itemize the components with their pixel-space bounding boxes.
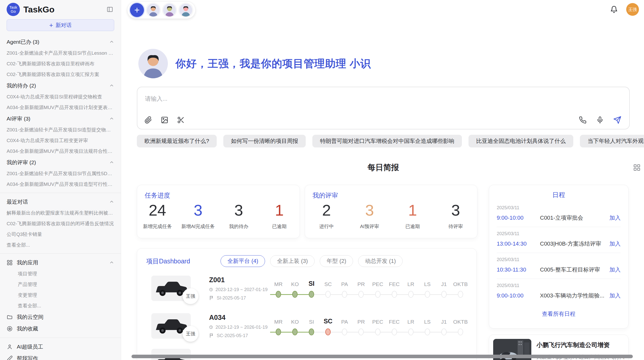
new-chat-button[interactable]: + 新对话 — [7, 19, 114, 31]
add-member-button[interactable]: + — [130, 3, 144, 17]
suggestion-chip[interactable]: 欧洲新规最近颁布了什么? — [137, 135, 217, 147]
collapse-sidebar-icon[interactable] — [106, 5, 114, 14]
sidebar-task-item[interactable]: A034-全新新能源MUV产品开发项目造型可行性评审 — [7, 179, 114, 190]
project-row[interactable]: 王强 Z001 2023-12-19 ~ 2027-01-19 SI-2025-… — [137, 269, 476, 307]
sidebar-item-ai-employee[interactable]: AI超级员工 — [7, 341, 114, 353]
image-icon[interactable] — [160, 116, 169, 124]
milestone[interactable]: KO — [287, 279, 303, 298]
member-avatar[interactable] — [146, 3, 160, 17]
send-icon[interactable] — [613, 116, 622, 124]
milestone-dot — [292, 291, 298, 298]
view-all-schedule-link[interactable]: 查看所有日程 — [489, 310, 628, 318]
join-meeting-link[interactable]: 加入 — [609, 240, 621, 248]
microphone-icon[interactable] — [596, 116, 604, 124]
sidebar-task-item[interactable]: C0X4-动力总成开发项目工程变更评审 — [7, 135, 114, 146]
dashboard-tab[interactable]: 动总开发 (1) — [358, 255, 403, 267]
member-avatar[interactable] — [179, 3, 193, 17]
milestone[interactable]: PEC — [369, 317, 386, 335]
milestone[interactable]: PEC — [369, 279, 386, 298]
milestone[interactable]: SI — [303, 279, 320, 298]
sidebar-item-my-apps[interactable]: 我的应用 — [7, 257, 114, 268]
scissors-icon[interactable] — [177, 116, 185, 124]
suggestion-chip[interactable]: 特朗普可能对进口汽车增税会对中国车企造成哪些影响 — [312, 135, 462, 147]
milestone[interactable]: MR — [270, 279, 287, 298]
stat-value: 3 — [218, 201, 259, 219]
suggestion-chip[interactable]: 如何写一份清晰的项目周报 — [223, 135, 306, 147]
phone-call-icon[interactable] — [578, 116, 587, 124]
dashboard-tab[interactable]: 年型 (2) — [320, 255, 353, 267]
sidebar-task-item[interactable]: C0X4-动力总成开发项目SI里程碑提交物检查 — [7, 92, 114, 102]
milestone[interactable]: LR — [403, 279, 419, 298]
member-avatar[interactable] — [163, 3, 177, 17]
join-meeting-link[interactable]: 加入 — [609, 214, 621, 222]
milestone[interactable]: KO — [287, 317, 303, 335]
recent-chat-item[interactable]: C02-飞腾新能源轻客改款项目的闭环通告反馈情况 — [7, 218, 114, 229]
chevron-up-icon[interactable] — [109, 39, 114, 44]
milestone[interactable]: PA — [336, 317, 353, 335]
milestone[interactable]: PR — [353, 317, 369, 335]
suggestion-chip[interactable]: 当下年轻人对汽车外观有怎样的喜好趋势 — [580, 135, 644, 147]
layout-grid-icon[interactable] — [633, 164, 641, 172]
sidebar-item-cloud-space[interactable]: 我的云空间 — [7, 311, 114, 323]
sidebar-task-item[interactable]: C02-飞腾新能源轻客改款项目里程碑画布 — [7, 58, 114, 69]
sidebar-task-item[interactable]: A034-全新新能源MUV产品开发项目法规符合性评审 — [7, 146, 114, 157]
chevron-up-icon[interactable] — [109, 199, 114, 204]
notification-bell-icon[interactable] — [609, 5, 619, 14]
app-link[interactable]: 变更管理 — [7, 290, 114, 301]
sidebar-item-favorites[interactable]: 我的收藏 — [7, 323, 114, 335]
project-info: Z001 2023-12-19 ~ 2027-01-19 SI-2025-05-… — [209, 276, 268, 301]
section-my-review[interactable]: 我的评审 (2) — [7, 157, 114, 168]
attachment-icon[interactable] — [144, 116, 153, 124]
section-ai-review[interactable]: AI评审 (3) — [7, 113, 114, 125]
milestone[interactable]: OKTB — [452, 317, 469, 335]
chevron-up-icon[interactable] — [109, 83, 114, 88]
sidebar-task-item[interactable]: Z001-全新燃油皮卡产品开发项目SI节点Lesson Learn报告 — [7, 48, 114, 58]
section-title: AI评审 (3) — [7, 115, 30, 122]
recent-chat-item[interactable]: 解释最新出台的欧盟报废车法规再生塑料比例被调至15%... — [7, 208, 114, 218]
dashboard-tab[interactable]: 全新平台 (4) — [221, 255, 265, 267]
milestone[interactable]: PR — [353, 279, 369, 298]
join-meeting-link[interactable]: 加入 — [609, 266, 621, 274]
milestone[interactable]: SI — [303, 317, 320, 335]
milestone[interactable]: LR — [403, 317, 419, 335]
sidebar-task-item[interactable]: Z001-全新燃油轻卡产品开发项目SI节点属性5D文件评审 — [7, 168, 114, 179]
sidebar-task-item[interactable]: A034-全新新能源MUV产品开发项目计划变更表编写 — [7, 102, 114, 113]
app-link[interactable]: 产品管理 — [7, 279, 114, 290]
milestone[interactable]: FEC — [386, 279, 403, 298]
chevron-up-icon[interactable] — [109, 160, 114, 165]
chevron-up-icon[interactable] — [109, 260, 114, 265]
project-code: Z001 — [209, 276, 268, 284]
milestone[interactable]: PA — [336, 279, 353, 298]
milestone-label: OKTB — [453, 317, 468, 325]
sidebar-task-item[interactable]: C02-飞腾新能源轻客改款项目立项汇报方案 — [7, 69, 114, 80]
section-recent-chats[interactable]: 最近对话 — [7, 196, 114, 208]
chat-input[interactable] — [141, 90, 573, 108]
milestone[interactable]: J1 — [436, 317, 452, 335]
recent-chat-item[interactable]: 公司Q3轻卡销量 — [7, 229, 114, 240]
project-row[interactable]: 王强 A034 2023-12-19 ~ 2026-01-19 SC-2025-… — [137, 307, 476, 345]
milestone[interactable]: FEC — [386, 317, 403, 335]
schedule-meeting-name: C005-整车工程目标评审 — [540, 266, 606, 274]
join-meeting-link[interactable]: 加入 — [609, 292, 621, 299]
recent-view-all-link[interactable]: 查看全部... — [7, 240, 114, 250]
sidebar-item-writing-helper[interactable]: 帮我写作 — [7, 353, 114, 360]
chevron-up-icon[interactable] — [109, 116, 114, 121]
section-agent-done[interactable]: Agent已办 (3) — [7, 36, 114, 48]
milestone[interactable]: SC — [320, 317, 336, 335]
milestone[interactable]: LS — [419, 317, 436, 335]
milestone[interactable]: LS — [419, 279, 436, 298]
section-my-todo[interactable]: 我的待办 (2) — [7, 80, 114, 92]
sidebar-header: Task Go TaskGo — [7, 0, 114, 19]
sidebar-task-item[interactable]: Z001-全新燃油轻卡产品开发项目SI造型提交物评审 — [7, 125, 114, 135]
milestone[interactable]: J1 — [436, 279, 452, 298]
dashboard-tab[interactable]: 全新上装 (3) — [270, 255, 315, 267]
apps-view-all-link[interactable]: 查看全部... — [7, 301, 114, 311]
user-avatar[interactable]: 王强 — [626, 3, 639, 16]
schedule-entry: 2025/03/11 13:00-14:30 C003|H0B-方案冻结评审 加… — [497, 227, 621, 253]
milestone[interactable]: OKTB — [452, 279, 469, 298]
app-link[interactable]: 项目管理 — [7, 268, 114, 279]
milestone[interactable]: MR — [270, 317, 287, 335]
milestone[interactable]: SC — [320, 279, 336, 298]
suggestion-chip[interactable]: 比亚迪全固态电池计划具体说了什么 — [469, 135, 573, 147]
horizontal-scrollbar[interactable] — [131, 355, 633, 358]
